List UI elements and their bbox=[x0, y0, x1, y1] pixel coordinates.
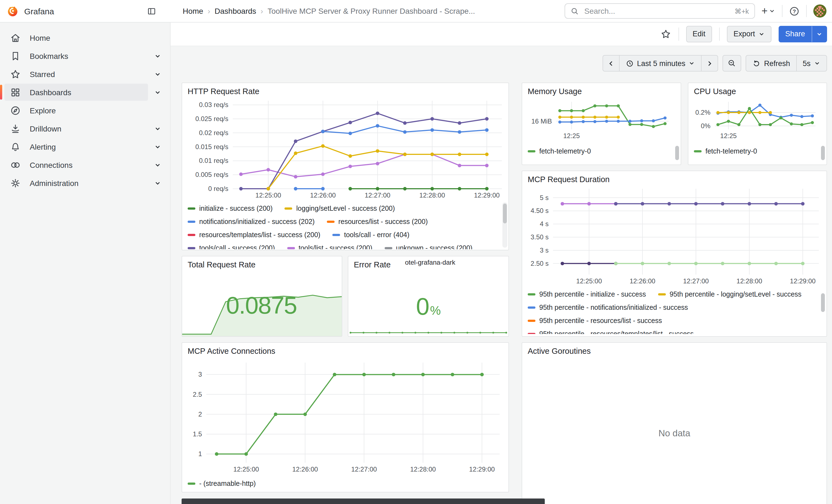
sidebar-item-starred[interactable]: Starred bbox=[0, 65, 170, 83]
sidebar-item-expand[interactable] bbox=[154, 161, 161, 168]
memory-legend: fetch-telemetry-0 bbox=[528, 140, 681, 162]
sidebar-item-expand[interactable] bbox=[154, 125, 161, 132]
legend-label: logging/setLevel - success (200) bbox=[296, 205, 395, 212]
breadcrumb-item[interactable]: ToolHive MCP Server & Proxy Runner Dashb… bbox=[267, 7, 475, 16]
legend-scrollbar[interactable] bbox=[675, 146, 679, 160]
legend-item[interactable]: notifications/initialized - success (202… bbox=[188, 218, 315, 226]
legend-label: tools/call - error (404) bbox=[344, 231, 409, 239]
svg-text:0.01 req/s: 0.01 req/s bbox=[199, 157, 228, 164]
share-menu-button[interactable] bbox=[812, 26, 827, 42]
add-new-button[interactable]: + bbox=[761, 6, 775, 16]
legend-item[interactable]: tools/call - success (200) bbox=[188, 244, 275, 249]
legend-label: initialize - success (200) bbox=[199, 205, 272, 212]
breadcrumb-separator-icon: › bbox=[208, 7, 210, 16]
legend-marker-icon bbox=[528, 150, 536, 153]
sidebar-item-expand[interactable] bbox=[154, 52, 161, 59]
legend-item[interactable]: fetch-telemetry-0 bbox=[528, 148, 591, 155]
chevron-down-icon bbox=[154, 88, 161, 96]
legend-item[interactable]: fetch-telemetry-0 bbox=[694, 148, 757, 155]
legend-label: fetch-telemetry-0 bbox=[539, 148, 591, 155]
sidebar-item-connections[interactable]: Connections bbox=[0, 156, 170, 174]
legend-marker-icon bbox=[327, 221, 335, 223]
nav-right: ⌘+k + ? bbox=[565, 3, 832, 19]
legend-item[interactable]: logging/setLevel - success (200) bbox=[285, 205, 395, 212]
divider bbox=[806, 5, 807, 17]
svg-text:3.50 s: 3.50 s bbox=[531, 233, 549, 241]
panel-title[interactable]: HTTP Request Rate bbox=[182, 83, 509, 97]
breadcrumb-item[interactable]: Home bbox=[183, 7, 203, 16]
sidebar-item-drilldown[interactable]: Drilldown bbox=[0, 120, 170, 137]
sidebar-item-administration[interactable]: Administration bbox=[0, 174, 170, 192]
edit-button[interactable]: Edit bbox=[686, 26, 712, 42]
sidebar-item-bookmarks[interactable]: Bookmarks bbox=[0, 47, 170, 65]
floating-datasource-label: otel-grafana-dark bbox=[405, 259, 456, 266]
legend-item[interactable]: 95th percentile - resources/list - succe… bbox=[528, 317, 662, 325]
sidebar-toggle-icon[interactable] bbox=[147, 6, 156, 16]
legend-marker-icon bbox=[528, 307, 536, 309]
sidebar-item-alerting[interactable]: Alerting bbox=[0, 137, 170, 156]
legend-item[interactable]: - (streamable-http) bbox=[188, 480, 256, 487]
search-input[interactable] bbox=[583, 6, 730, 16]
svg-text:12:25: 12:25 bbox=[563, 132, 580, 139]
sidebar-item-dashboards[interactable]: Dashboards bbox=[0, 83, 170, 101]
search-icon bbox=[571, 7, 579, 15]
legend-item[interactable]: resources/templates/list - success (200) bbox=[188, 231, 320, 239]
breadcrumb-item[interactable]: Dashboards bbox=[215, 7, 256, 16]
panel-mcp-active-connections: MCP Active Connections 11.522.5312:25:00… bbox=[182, 342, 509, 493]
search-box[interactable]: ⌘+k bbox=[565, 3, 755, 19]
legend-label: unknown - success (200) bbox=[396, 244, 472, 249]
legend-item[interactable]: unknown - success (200) bbox=[384, 244, 472, 249]
legend-marker-icon bbox=[528, 320, 536, 322]
plus-icon: + bbox=[761, 5, 768, 16]
compass-icon bbox=[10, 105, 21, 116]
sidebar-item-expand[interactable] bbox=[154, 71, 161, 78]
sidebar-item-explore[interactable]: Explore bbox=[0, 101, 170, 120]
panel-title[interactable]: MCP Active Connections bbox=[182, 343, 509, 357]
export-button[interactable]: Export bbox=[727, 26, 772, 42]
legend-marker-icon bbox=[188, 482, 196, 485]
chevron-down-icon bbox=[688, 60, 695, 67]
legend-item[interactable]: resources/list - success (200) bbox=[327, 218, 428, 226]
legend-item[interactable]: 95th percentile - initialize - success bbox=[528, 291, 646, 298]
panel-title[interactable]: CPU Usage bbox=[688, 83, 827, 97]
chevron-down-icon bbox=[816, 30, 823, 37]
legend-scrollbar[interactable] bbox=[821, 293, 825, 312]
sidebar-item-expand[interactable] bbox=[154, 88, 161, 96]
mcp-active-connections-chart: 11.522.5312:25:0012:26:0012:27:0012:28:0… bbox=[186, 357, 505, 476]
favorite-star-icon[interactable] bbox=[660, 28, 671, 39]
avatar[interactable] bbox=[813, 4, 827, 18]
panel-active-goroutines: Active Goroutines No data bbox=[522, 342, 827, 504]
legend-scrollbar[interactable] bbox=[821, 146, 825, 160]
svg-text:12:29:00: 12:29:00 bbox=[474, 191, 500, 199]
share-button[interactable]: Share bbox=[779, 26, 812, 42]
refresh-button[interactable]: Refresh bbox=[746, 55, 796, 72]
sidebar-item-label: Home bbox=[30, 33, 50, 42]
no-data-message: No data bbox=[522, 343, 827, 504]
legend-item[interactable]: 95th percentile - logging/setLevel - suc… bbox=[658, 291, 802, 298]
svg-text:12:28:00: 12:28:00 bbox=[736, 277, 762, 285]
sidebar-item-home[interactable]: Home bbox=[0, 29, 170, 47]
time-range-picker[interactable]: Last 5 minutes bbox=[619, 55, 701, 72]
legend-item[interactable]: 95th percentile - resources/templates/li… bbox=[528, 330, 694, 334]
legend-item[interactable]: initialize - success (200) bbox=[188, 205, 272, 212]
grafana-logo-icon[interactable] bbox=[7, 5, 19, 17]
panel-title[interactable]: Total Request Rate bbox=[182, 257, 342, 271]
legend-item[interactable]: 95th percentile - notifications/initiali… bbox=[528, 304, 688, 312]
refresh-interval-picker[interactable]: 5s bbox=[796, 55, 827, 72]
time-shift-back-button[interactable] bbox=[602, 55, 619, 72]
help-button[interactable]: ? bbox=[789, 6, 800, 16]
chevron-down-icon bbox=[814, 60, 821, 67]
chevron-down-icon bbox=[154, 125, 161, 132]
panel-title[interactable]: MCP Request Duration bbox=[522, 171, 827, 185]
legend-item[interactable]: tools/list - success (200) bbox=[287, 244, 372, 249]
chevron-right-icon bbox=[706, 60, 713, 67]
zoom-out-button[interactable] bbox=[723, 55, 742, 72]
legend-item[interactable]: tools/call - error (404) bbox=[332, 231, 409, 239]
svg-text:12:28:00: 12:28:00 bbox=[410, 466, 436, 473]
panel-title[interactable]: Memory Usage bbox=[522, 83, 681, 97]
sidebar-item-expand[interactable] bbox=[154, 179, 161, 187]
sidebar-item-expand[interactable] bbox=[154, 143, 161, 150]
legend-marker-icon bbox=[287, 247, 295, 249]
time-shift-forward-button[interactable] bbox=[701, 55, 718, 72]
legend-label: fetch-telemetry-0 bbox=[705, 148, 757, 155]
